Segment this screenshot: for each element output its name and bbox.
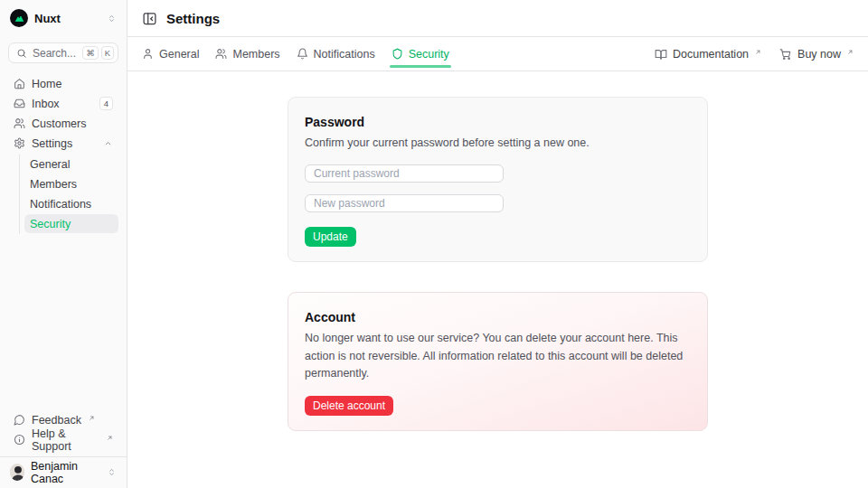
documentation-link[interactable]: Documentation — [655, 48, 761, 61]
gear-icon — [14, 137, 25, 149]
footer-link-label: Feedback — [32, 414, 81, 427]
collapse-sidebar-icon[interactable] — [142, 11, 157, 26]
account-card: Account No longer want to use our servic… — [288, 292, 708, 430]
bell-icon — [297, 48, 308, 60]
main-area: Settings General Members — [127, 0, 868, 488]
app-window: Nuxt Search... ⌘ K Home — [0, 0, 868, 488]
search-icon — [16, 48, 27, 59]
current-password-field[interactable] — [305, 164, 504, 183]
sidebar: Nuxt Search... ⌘ K Home — [0, 0, 127, 488]
settings-tabbar: General Members Notifications — [127, 37, 868, 71]
tab-label: Notifications — [314, 48, 375, 61]
home-icon — [14, 78, 25, 89]
sidebar-item-label: Members — [30, 178, 77, 191]
sidebar-divider — [0, 456, 127, 457]
tabs: General Members Notifications — [142, 37, 449, 70]
team-switcher-button[interactable]: Nuxt — [8, 7, 118, 29]
sidebar-item-members[interactable]: Members — [24, 174, 118, 193]
search-shortcut: ⌘ K — [82, 46, 114, 61]
search-placeholder: Search... — [33, 47, 77, 60]
chevron-up-icon — [103, 138, 113, 148]
inbox-icon — [14, 98, 25, 109]
tab-label: Security — [409, 48, 449, 61]
inbox-count-badge: 4 — [99, 97, 113, 111]
team-name: Nuxt — [34, 12, 61, 25]
update-password-button[interactable]: Update — [305, 227, 356, 247]
sidebar-item-inbox[interactable]: Inbox 4 — [8, 94, 118, 113]
external-link-icon — [107, 435, 113, 441]
search-input[interactable]: Search... ⌘ K — [8, 42, 118, 63]
tab-label: Members — [232, 48, 279, 61]
user-icon — [142, 48, 154, 60]
message-bubble-icon — [14, 414, 25, 426]
command-kbd: ⌘ — [82, 46, 99, 61]
settings-security-content: Password Confirm your current password b… — [127, 71, 868, 488]
sidebar-item-label: Home — [32, 78, 61, 90]
tab-security[interactable]: Security — [392, 37, 449, 70]
nuxt-logo-icon — [10, 9, 28, 27]
tab-members[interactable]: Members — [215, 37, 279, 70]
sidebar-item-settings[interactable]: Settings — [8, 134, 118, 153]
sidebar-item-customers[interactable]: Customers — [8, 114, 118, 133]
sidebar-item-label: General — [30, 158, 70, 171]
chevrons-up-down-icon — [107, 467, 117, 477]
shield-icon — [392, 48, 403, 60]
new-password-field[interactable] — [305, 194, 504, 212]
sidebar-footer: Feedback Help & Support — [8, 410, 118, 450]
shopping-cart-icon — [779, 48, 792, 61]
sidebar-item-label: Notifications — [30, 198, 91, 211]
account-card-title: Account — [305, 310, 691, 324]
buy-now-link[interactable]: Buy now — [779, 48, 854, 61]
external-link-icon — [755, 49, 761, 55]
book-open-icon — [655, 48, 667, 61]
footer-link-label: Help & Support — [32, 427, 99, 453]
tab-label: General — [159, 48, 199, 61]
delete-account-button[interactable]: Delete account — [305, 396, 393, 416]
users-icon — [215, 48, 227, 60]
sidebar-item-label: Inbox — [32, 98, 60, 110]
settings-subnav: General Members Notifications Security — [19, 155, 118, 234]
users-icon — [14, 117, 25, 129]
password-card: Password Confirm your current password b… — [288, 97, 708, 262]
chevrons-up-down-icon — [107, 14, 117, 23]
toplink-label: Buy now — [797, 48, 841, 61]
header-links: Documentation Buy now — [655, 48, 854, 61]
password-card-description: Confirm your current password before set… — [305, 135, 691, 152]
user-menu-button[interactable]: Benjamin Canac — [8, 460, 118, 484]
sidebar-item-general[interactable]: General — [24, 155, 118, 174]
account-card-description: No longer want to use our service? You c… — [305, 330, 691, 382]
page-header: Settings — [127, 0, 868, 37]
sidebar-nav: Home Inbox 4 Customers Settings — [8, 74, 118, 234]
sidebar-item-label: Customers — [32, 117, 86, 130]
help-support-link[interactable]: Help & Support — [8, 430, 118, 449]
user-name: Benjamin Canac — [31, 460, 100, 485]
external-link-icon — [89, 415, 95, 421]
tab-general[interactable]: General — [142, 37, 199, 70]
tab-notifications[interactable]: Notifications — [297, 37, 375, 70]
avatar — [10, 464, 24, 481]
sidebar-item-home[interactable]: Home — [8, 74, 118, 93]
toplink-label: Documentation — [673, 48, 749, 61]
sidebar-item-security[interactable]: Security — [24, 214, 118, 233]
info-icon — [14, 434, 25, 446]
sidebar-item-notifications[interactable]: Notifications — [24, 194, 118, 213]
sidebar-item-label: Security — [30, 218, 71, 230]
external-link-icon — [847, 49, 854, 55]
password-card-title: Password — [305, 115, 691, 129]
page-title: Settings — [166, 11, 220, 26]
sidebar-item-label: Settings — [32, 137, 72, 150]
k-kbd: K — [101, 46, 114, 61]
